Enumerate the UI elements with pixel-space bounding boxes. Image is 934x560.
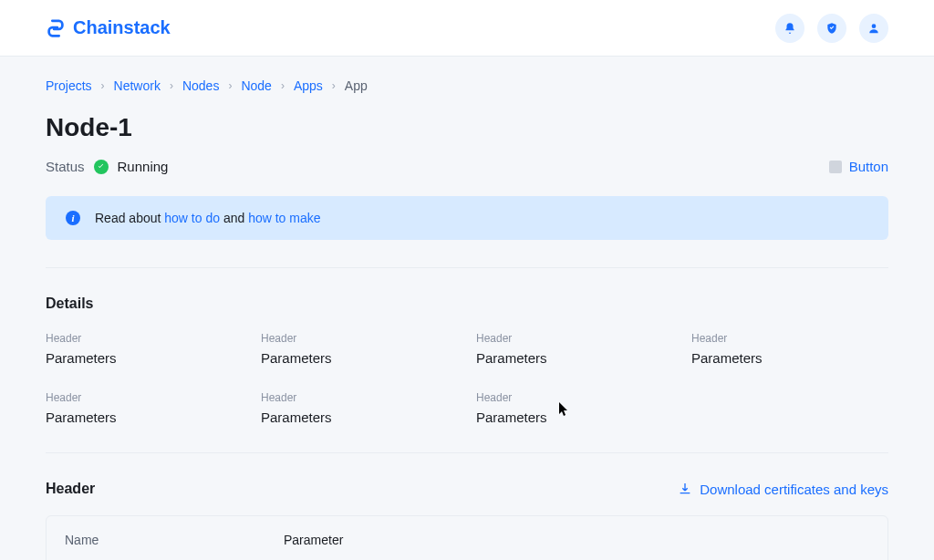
- status-group: Status Running: [46, 159, 168, 174]
- detail-label: Header: [691, 332, 888, 345]
- download-icon: [678, 482, 692, 496]
- page-title: Node-1: [46, 113, 888, 142]
- details-grid: Header Parameters Header Parameters Head…: [46, 332, 888, 425]
- detail-label: Header: [46, 332, 243, 345]
- primary-action-button[interactable]: Button: [829, 159, 888, 174]
- cert-section-title: Header: [46, 481, 95, 497]
- chainstack-icon: [46, 18, 66, 38]
- breadcrumb: Projects › Network › Nodes › Node › Apps…: [46, 78, 888, 93]
- detail-item: Header Parameters: [261, 391, 458, 425]
- chevron-right-icon: ›: [170, 79, 173, 92]
- detail-item: Header Parameters: [46, 332, 243, 366]
- breadcrumb-projects[interactable]: Projects: [46, 78, 92, 93]
- breadcrumb-network[interactable]: Network: [114, 78, 161, 93]
- divider: [46, 267, 888, 268]
- chevron-right-icon: ›: [281, 79, 285, 92]
- main-content: Projects › Network › Nodes › Node › Apps…: [0, 57, 934, 560]
- credentials-table: Name Parameter Name •••••••••: [46, 515, 888, 560]
- status-badge: [94, 160, 109, 174]
- detail-value: Parameters: [261, 410, 458, 425]
- divider: [46, 452, 888, 453]
- detail-value: Parameters: [476, 350, 673, 366]
- details-title: Details: [46, 296, 888, 312]
- breadcrumb-apps[interactable]: Apps: [294, 78, 323, 93]
- info-link-howtomake[interactable]: how to make: [248, 211, 320, 225]
- detail-value: Parameters: [691, 350, 888, 366]
- user-icon: [867, 22, 880, 35]
- status-label: Status: [46, 159, 85, 174]
- detail-value: Parameters: [261, 350, 458, 366]
- download-certificates-button[interactable]: Download certificates and keys: [678, 482, 888, 497]
- notifications-button[interactable]: [775, 14, 804, 43]
- detail-label: Header: [476, 332, 673, 345]
- top-header: Chainstack: [0, 0, 934, 57]
- detail-item: Header Parameters: [476, 391, 673, 425]
- svg-point-0: [872, 24, 877, 28]
- profile-button[interactable]: [859, 14, 888, 43]
- breadcrumb-node[interactable]: Node: [241, 78, 271, 93]
- detail-label: Header: [46, 391, 243, 404]
- info-mid: and: [220, 211, 248, 225]
- cert-section-header: Header Download certificates and keys: [46, 481, 888, 497]
- shield-icon: [825, 22, 838, 35]
- header-actions: [775, 14, 888, 43]
- detail-item: Header Parameters: [476, 332, 673, 366]
- info-icon: i: [66, 211, 80, 225]
- detail-label: Header: [261, 391, 458, 404]
- chevron-right-icon: ›: [332, 79, 336, 92]
- info-banner: i Read about how to do and how to make: [46, 196, 888, 240]
- brand-logo[interactable]: Chainstack: [46, 17, 171, 38]
- status-value: Running: [118, 159, 169, 174]
- brand-name: Chainstack: [73, 17, 171, 38]
- check-icon: [97, 162, 105, 171]
- info-prefix: Read about: [95, 211, 164, 225]
- breadcrumb-nodes[interactable]: Nodes: [182, 78, 219, 93]
- bell-icon: [784, 22, 796, 35]
- detail-label: Header: [476, 391, 673, 404]
- download-label: Download certificates and keys: [700, 482, 888, 497]
- table-row: Name Parameter: [47, 516, 887, 560]
- row-name: Name: [65, 533, 284, 547]
- breadcrumb-current: App: [345, 78, 368, 93]
- row-value: Parameter: [284, 533, 343, 547]
- detail-value: Parameters: [46, 410, 243, 425]
- detail-item: Header Parameters: [691, 332, 888, 366]
- detail-item: Header Parameters: [261, 332, 458, 366]
- status-row: Status Running Button: [46, 159, 888, 174]
- detail-value: Parameters: [476, 410, 673, 425]
- security-header-button[interactable]: [817, 14, 846, 43]
- detail-item: Header Parameters: [46, 391, 243, 425]
- info-text: Read about how to do and how to make: [95, 211, 321, 225]
- chevron-right-icon: ›: [228, 79, 232, 92]
- action-button-label: Button: [849, 159, 888, 174]
- square-icon: [829, 161, 842, 173]
- info-link-howtodo[interactable]: how to do: [164, 211, 220, 225]
- chevron-right-icon: ›: [101, 79, 105, 92]
- detail-label: Header: [261, 332, 458, 345]
- detail-value: Parameters: [46, 350, 243, 366]
